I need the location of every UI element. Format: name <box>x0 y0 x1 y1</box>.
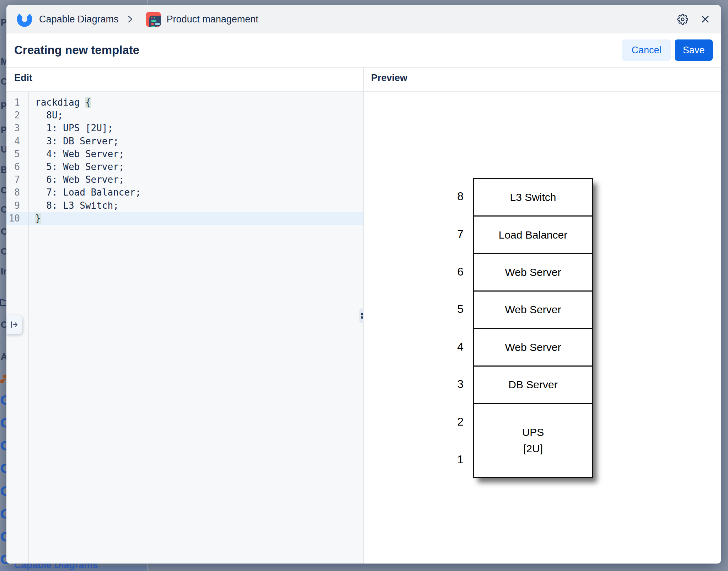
rack-slot: Web Server <box>474 290 592 328</box>
rack-unit-number: 3 <box>437 365 464 403</box>
edit-pane-label: Edit <box>14 73 32 84</box>
line-number: 1 <box>6 96 28 109</box>
rack-slot: L3 Switch <box>474 179 592 215</box>
code-line[interactable]: 6: Web Server; <box>35 173 363 186</box>
line-number: 5 <box>6 148 28 160</box>
code-line[interactable]: 1: UPS [2U]; <box>35 122 363 134</box>
line-number: 6 <box>6 160 28 173</box>
rack-slot: Load Balancer <box>474 215 592 253</box>
close-button[interactable] <box>700 14 710 24</box>
modal-title-row: Creating new template Cancel Save <box>6 33 721 67</box>
rack-slot: Web Server <box>474 253 592 290</box>
rack-unit-number: 8 <box>437 178 464 215</box>
code-editor[interactable]: 1 2 3 4 5 6 7 8 9 10 rackdiag { 8U; 1: U… <box>6 92 363 564</box>
code-line[interactable]: 3: DB Server; <box>35 135 363 148</box>
settings-button[interactable] <box>677 14 688 25</box>
save-button[interactable]: Save <box>675 39 713 61</box>
rack-unit-number: 1 <box>437 441 464 478</box>
line-number: 4 <box>6 135 28 148</box>
line-number: 10 <box>6 212 28 225</box>
rack-unit-number: 5 <box>437 290 464 328</box>
expand-panel-button[interactable] <box>6 315 22 334</box>
background-divider-top <box>147 0 148 5</box>
breadcrumb-page-name[interactable]: Product management <box>167 14 258 25</box>
line-number: 7 <box>6 173 28 186</box>
close-icon <box>700 14 710 24</box>
rack-slot-2u: UPS [2U] <box>474 403 592 477</box>
line-number: 8 <box>6 186 28 199</box>
product-management-icon <box>146 12 161 27</box>
rack-unit-number: 7 <box>437 215 464 253</box>
code-line[interactable]: rackdiag { <box>35 96 363 109</box>
code-line[interactable]: 7: Load Balancer; <box>35 186 363 199</box>
code-content[interactable]: rackdiag { 8U; 1: UPS [2U]; 3: DB Server… <box>30 92 363 564</box>
gear-icon <box>677 14 688 25</box>
code-line[interactable]: 8U; <box>35 109 363 122</box>
line-number: 9 <box>6 199 28 212</box>
breadcrumb-app-name[interactable]: Capable Diagrams <box>39 14 119 25</box>
rack-slot: DB Server <box>474 365 592 403</box>
capable-diagrams-logo-icon <box>16 11 33 28</box>
cancel-button[interactable]: Cancel <box>622 39 671 61</box>
rack-unit-number: 4 <box>437 328 464 366</box>
template-editor-modal: Capable Diagrams Product management <box>6 5 721 564</box>
preview-pane-label: Preview <box>371 73 407 84</box>
rack-unit-number: 2 <box>437 403 464 441</box>
chevron-right-icon <box>127 15 134 23</box>
code-line[interactable]: 8: L3 Switch; <box>35 199 363 212</box>
page-title: Creating new template <box>14 43 139 57</box>
rack-slot: Web Server <box>474 328 592 365</box>
rack-diagram: L3 Switch Load Balancer Web Server Web S… <box>473 178 593 478</box>
code-line[interactable]: } <box>35 212 363 225</box>
line-number: 3 <box>6 122 28 134</box>
rack-unit-numbers: 8 7 6 5 4 3 2 1 <box>437 178 464 478</box>
screen: Pr M Cl Pr Pr UI By Ca Ca O Cl In C AP C… <box>0 0 728 571</box>
rack-unit-number: 6 <box>437 253 464 290</box>
code-line[interactable]: 5: Web Server; <box>35 160 363 173</box>
panel-expand-icon <box>10 320 18 329</box>
background-divider-bottom <box>147 564 148 571</box>
pane-headers: Edit Preview <box>6 67 721 92</box>
code-line[interactable]: 4: Web Server; <box>35 148 363 160</box>
line-number: 2 <box>6 109 28 122</box>
modal-header: Capable Diagrams Product management <box>6 5 721 33</box>
